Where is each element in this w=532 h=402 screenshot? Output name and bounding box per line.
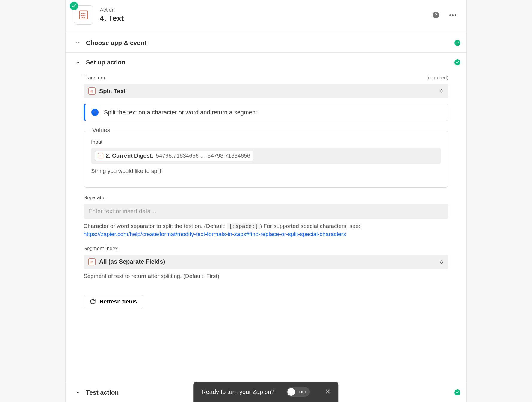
token-label: 2. Current Digest: xyxy=(106,152,153,159)
select-value: Split Text xyxy=(99,88,444,95)
section-setup-action[interactable]: Set up action xyxy=(66,52,466,72)
zap-on-toggle[interactable]: OFF xyxy=(287,387,310,397)
button-label: Refresh fields xyxy=(99,298,137,305)
info-text: Split the text on a character or word an… xyxy=(104,109,257,116)
help-suffix: ) For supported special characters, see: xyxy=(260,223,360,229)
required-tag: (required) xyxy=(426,75,448,81)
sort-arrows-icon xyxy=(440,260,443,264)
app-icon-wrap xyxy=(74,5,93,25)
separator-help: Character or word separator to split the… xyxy=(84,222,448,238)
code-hint: [:space:] xyxy=(227,223,260,229)
close-icon[interactable]: ✕ xyxy=(325,388,330,396)
publish-text: Ready to turn your Zap on? xyxy=(202,389,274,395)
separator-field: Separator Enter text or insert data… Cha… xyxy=(84,195,448,238)
publish-bar: Ready to turn your Zap on? OFF ✕ xyxy=(193,382,338,402)
input-help: String you would like to split. xyxy=(91,167,441,175)
section-label: Set up action xyxy=(86,59,457,66)
transform-field: Transform (required) Split Text i Split … xyxy=(84,75,448,121)
segment-field: Segment Index All (as Separate Fields) S… xyxy=(84,246,448,280)
chevron-down-icon xyxy=(75,40,81,46)
input-label: Input xyxy=(91,139,441,145)
refresh-icon xyxy=(90,299,96,305)
separator-input[interactable]: Enter text or insert data… xyxy=(84,204,448,219)
step-header: Action 4. Text ? xyxy=(66,0,466,33)
step-titles: Action 4. Text xyxy=(100,7,426,23)
toggle-knob xyxy=(288,388,295,396)
help-icon[interactable]: ? xyxy=(433,12,439,18)
token-value: 54798.71834656 … 54798.71834656 xyxy=(156,152,250,159)
check-icon xyxy=(454,389,460,395)
data-token[interactable]: 2. Current Digest: 54798.71834656 … 5479… xyxy=(95,151,253,161)
chevron-up-icon xyxy=(75,60,81,65)
svg-rect-0 xyxy=(79,11,87,19)
step-subtitle: Action xyxy=(100,7,426,13)
values-fieldset: Values Input 2. Current Digest: 54798.71… xyxy=(84,131,448,188)
overflow-menu-icon[interactable] xyxy=(449,14,456,16)
setup-action-content: Transform (required) Split Text i Split … xyxy=(66,72,466,320)
field-label: Segment Index xyxy=(84,246,448,252)
select-value: All (as Separate Fields) xyxy=(99,258,444,265)
transform-select[interactable]: Split Text xyxy=(84,84,448,98)
chevron-down-icon xyxy=(75,390,81,395)
refresh-fields-button[interactable]: Refresh fields xyxy=(84,295,143,308)
check-icon xyxy=(454,40,460,46)
info-banner: i Split the text on a character or word … xyxy=(84,104,448,121)
status-complete-badge xyxy=(70,2,78,10)
check-icon xyxy=(454,59,460,65)
segment-select[interactable]: All (as Separate Fields) xyxy=(84,255,448,269)
toggle-label: OFF xyxy=(299,390,307,394)
formatter-small-icon xyxy=(88,258,96,265)
section-choose-app[interactable]: Choose app & event xyxy=(66,33,466,52)
segment-help: Segment of text to return after splittin… xyxy=(84,272,448,280)
field-label: Transform xyxy=(84,75,107,81)
field-label: Separator xyxy=(84,195,448,201)
section-label: Choose app & event xyxy=(86,39,457,46)
formatter-tiny-icon xyxy=(98,153,103,158)
formatter-small-icon xyxy=(88,87,96,95)
help-link[interactable]: https://zapier.com/help/create/format/mo… xyxy=(84,231,346,237)
info-icon: i xyxy=(91,109,99,116)
fieldset-legend: Values xyxy=(90,127,113,134)
help-prefix: Character or word separator to split the… xyxy=(84,223,227,229)
sort-arrows-icon xyxy=(440,89,443,93)
input-field[interactable]: 2. Current Digest: 54798.71834656 … 5479… xyxy=(91,148,441,164)
step-title: 4. Text xyxy=(100,14,426,23)
